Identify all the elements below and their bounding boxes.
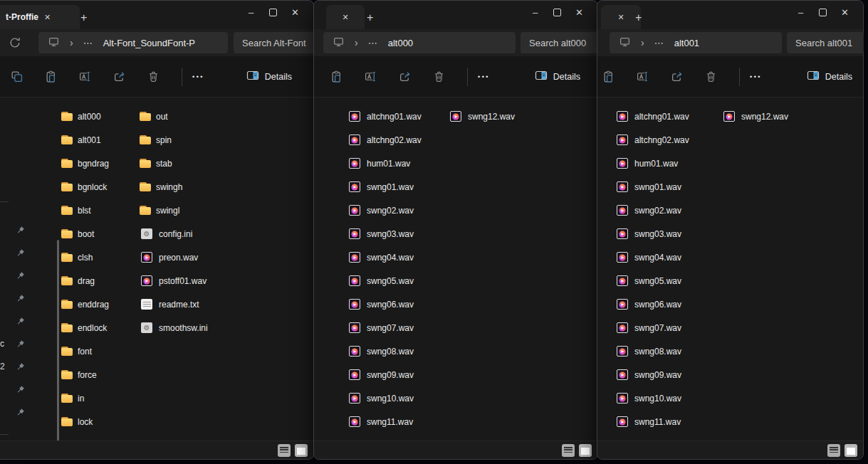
breadcrumb-ellipsis[interactable]: ⋯ — [654, 38, 664, 48]
file-item[interactable]: in — [61, 386, 109, 410]
new-tab-button[interactable]: + — [80, 12, 87, 23]
paste-button[interactable] — [45, 70, 57, 83]
pinned-nav-item[interactable] — [0, 378, 27, 401]
file-item[interactable]: alt001 — [61, 128, 109, 152]
file-item[interactable]: hum01.wav — [347, 152, 422, 175]
file-item[interactable]: swng05.wav — [347, 269, 422, 292]
file-item[interactable]: pstoff01.wav — [140, 269, 208, 292]
share-button[interactable] — [671, 70, 683, 83]
see-more-button[interactable]: ••• — [750, 73, 762, 80]
pinned-nav-item[interactable] — [0, 218, 27, 241]
file-item[interactable]: swingl — [140, 199, 208, 222]
file-item[interactable]: swng01.wav — [347, 175, 422, 199]
share-button[interactable] — [399, 70, 411, 83]
file-item[interactable]: altchng01.wav — [615, 105, 689, 128]
details-pane-toggle[interactable]: Details — [246, 56, 292, 97]
paste-button[interactable] — [602, 70, 615, 83]
file-item[interactable]: endlock — [61, 316, 109, 339]
maximize-button[interactable] — [546, 2, 568, 22]
large-icons-view-button[interactable] — [295, 444, 308, 457]
file-item[interactable]: swng02.wav — [615, 199, 689, 222]
address-path[interactable]: alt000 — [388, 38, 413, 48]
minimize-button[interactable]: – — [524, 2, 546, 22]
address-bar[interactable]: › ⋯ alt000 — [323, 32, 516, 53]
new-tab-button[interactable]: + — [367, 12, 373, 23]
file-item[interactable]: altchng02.wav — [615, 128, 689, 152]
details-view-button[interactable] — [278, 444, 291, 457]
file-item[interactable]: swng06.wav — [347, 292, 422, 316]
file-item[interactable]: swng07.wav — [615, 316, 689, 339]
file-item[interactable]: boot — [61, 222, 109, 246]
pinned-nav-item[interactable] — [0, 310, 27, 332]
file-item[interactable]: swng11.wav — [615, 410, 689, 433]
large-icons-view-button[interactable] — [579, 444, 592, 457]
maximize-button[interactable] — [812, 2, 834, 22]
delete-button[interactable] — [147, 70, 160, 83]
file-item[interactable]: swng10.wav — [615, 386, 689, 410]
pinned-nav-item[interactable] — [0, 241, 27, 264]
large-icons-view-button[interactable] — [845, 444, 857, 457]
this-pc-icon[interactable] — [619, 36, 631, 51]
new-tab-button[interactable]: + — [635, 12, 642, 23]
nav-scrollbar[interactable] — [57, 240, 59, 441]
paste-button[interactable] — [330, 70, 343, 83]
file-item[interactable]: readme.txt — [140, 292, 208, 316]
search-box[interactable]: Search Alt-Font — [234, 32, 313, 53]
this-pc-icon[interactable] — [333, 36, 345, 51]
file-item[interactable]: lock — [61, 410, 109, 433]
details-view-button[interactable] — [827, 444, 840, 457]
file-item[interactable]: swng08.wav — [615, 339, 689, 363]
file-item[interactable]: preon.wav — [140, 246, 208, 269]
file-item[interactable]: swng09.wav — [347, 363, 422, 386]
tab-alt000[interactable]: ✕ — [326, 5, 365, 29]
file-item[interactable]: force — [61, 363, 109, 386]
copy-button[interactable] — [11, 70, 23, 83]
delete-button[interactable] — [433, 70, 445, 83]
file-item[interactable]: swng05.wav — [615, 269, 689, 292]
address-path[interactable]: alt001 — [674, 38, 699, 48]
file-item[interactable]: swng12.wav — [722, 105, 788, 128]
file-item[interactable]: smoothsw.ini — [140, 316, 208, 339]
file-item[interactable]: swng04.wav — [615, 246, 689, 269]
maximize-button[interactable] — [262, 2, 284, 22]
share-button[interactable] — [113, 70, 125, 83]
file-item[interactable]: swng01.wav — [615, 175, 689, 199]
file-item[interactable]: swng04.wav — [347, 246, 422, 269]
file-item[interactable]: altchng02.wav — [347, 128, 422, 152]
pinned-nav-item[interactable] — [0, 264, 27, 287]
rename-button[interactable] — [79, 70, 91, 83]
pinned-nav-item[interactable]: 2 — [0, 355, 27, 378]
breadcrumb-ellipsis[interactable]: ⋯ — [368, 38, 378, 48]
close-button[interactable]: ✕ — [568, 2, 590, 22]
file-item[interactable]: swng11.wav — [347, 410, 422, 433]
file-item[interactable]: drag — [61, 269, 109, 292]
address-bar[interactable]: › ⋯ alt001 — [610, 32, 782, 53]
tab-altfont[interactable]: t-Proffie ✕ — [0, 5, 80, 29]
file-item[interactable]: spin — [140, 128, 208, 152]
file-item[interactable]: bgnlock — [61, 175, 109, 199]
close-tab-icon[interactable]: ✕ — [342, 14, 348, 21]
details-view-button[interactable] — [562, 444, 575, 457]
file-item[interactable]: out — [140, 105, 208, 128]
file-item[interactable]: altchng01.wav — [347, 105, 422, 128]
details-pane-toggle[interactable]: Details — [535, 56, 580, 97]
close-button[interactable]: ✕ — [284, 2, 306, 22]
refresh-icon[interactable] — [9, 36, 21, 49]
close-tab-icon[interactable]: ✕ — [44, 14, 51, 21]
delete-button[interactable] — [705, 70, 717, 83]
search-box[interactable]: Search alt000 — [521, 32, 599, 53]
pinned-nav-item[interactable]: c — [0, 332, 27, 355]
details-pane-toggle[interactable]: Details — [807, 56, 852, 97]
close-button[interactable]: ✕ — [834, 2, 856, 22]
file-item[interactable]: swingh — [140, 175, 208, 199]
minimize-button[interactable]: – — [240, 2, 262, 22]
pinned-nav-item[interactable] — [0, 401, 27, 423]
file-item[interactable]: swng10.wav — [347, 386, 422, 410]
see-more-button[interactable]: ••• — [192, 73, 204, 80]
file-item[interactable]: swng12.wav — [449, 105, 515, 128]
see-more-button[interactable]: ••• — [478, 73, 490, 80]
pinned-nav-item[interactable] — [0, 287, 27, 310]
file-item[interactable]: swng03.wav — [615, 222, 689, 246]
file-item[interactable]: enddrag — [61, 292, 109, 316]
file-item[interactable]: hum01.wav — [615, 152, 689, 175]
